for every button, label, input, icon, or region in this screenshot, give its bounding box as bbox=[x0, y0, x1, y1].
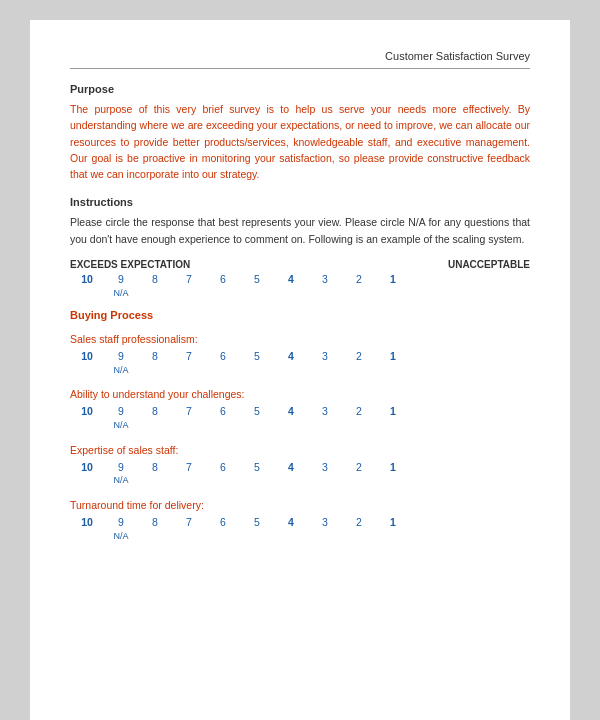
q3-num-2: 2 bbox=[342, 460, 376, 475]
q1-num-5: 5 bbox=[240, 349, 274, 364]
q4-num-6: 6 bbox=[206, 515, 240, 530]
q2-num-3: 3 bbox=[308, 404, 342, 419]
q4-num-7: 7 bbox=[172, 515, 206, 530]
q4-num-8: 8 bbox=[138, 515, 172, 530]
scale-numbers-4: 10 9N/A 8 7 6 5 4 3 2 1 bbox=[70, 515, 410, 542]
question-block-1: Sales staff professionalism: 10 9N/A 8 7… bbox=[70, 333, 530, 376]
q4-num-4: 4 bbox=[274, 515, 308, 530]
scale-row-3: 10 9N/A 8 7 6 5 4 3 2 1 bbox=[70, 460, 530, 487]
instructions-heading: Instructions bbox=[70, 196, 530, 208]
scale-num-4: 4 bbox=[274, 272, 308, 287]
scale-num-2: 2 bbox=[342, 272, 376, 287]
q2-num-9: 9N/A bbox=[104, 404, 138, 431]
q1-num-2: 2 bbox=[342, 349, 376, 364]
scale-numbers-3: 10 9N/A 8 7 6 5 4 3 2 1 bbox=[70, 460, 410, 487]
q1-num-3: 3 bbox=[308, 349, 342, 364]
question-label-4: Turnaround time for delivery: bbox=[70, 499, 530, 511]
question-label-3: Expertise of sales staff: bbox=[70, 444, 530, 456]
q2-num-10: 10 bbox=[70, 404, 104, 419]
purpose-heading: Purpose bbox=[70, 83, 530, 95]
q1-num-7: 7 bbox=[172, 349, 206, 364]
q1-num-8: 8 bbox=[138, 349, 172, 364]
q1-num-6: 6 bbox=[206, 349, 240, 364]
q2-num-4: 4 bbox=[274, 404, 308, 419]
scale-num-1: 1 bbox=[376, 272, 410, 287]
scale-num-10: 10 bbox=[70, 272, 104, 287]
scale-row-1: 10 9N/A 8 7 6 5 4 3 2 1 bbox=[70, 349, 530, 376]
q3-num-1: 1 bbox=[376, 460, 410, 475]
q4-num-3: 3 bbox=[308, 515, 342, 530]
page-header: Customer Satisfaction Survey bbox=[70, 50, 530, 69]
q2-num-6: 6 bbox=[206, 404, 240, 419]
scale-header-row: EXCEEDS EXPECTATION UNACCEPTABLE bbox=[70, 259, 530, 270]
q2-num-2: 2 bbox=[342, 404, 376, 419]
survey-page: Customer Satisfaction Survey Purpose The… bbox=[30, 20, 570, 720]
q2-num-5: 5 bbox=[240, 404, 274, 419]
q2-num-7: 7 bbox=[172, 404, 206, 419]
q3-num-10: 10 bbox=[70, 460, 104, 475]
scale-numbers-1: 10 9N/A 8 7 6 5 4 3 2 1 bbox=[70, 349, 410, 376]
question-label-1: Sales staff professionalism: bbox=[70, 333, 530, 345]
scale-example-row: 10 9N/A 8 7 6 5 4 3 2 1 bbox=[70, 272, 530, 299]
q4-num-2: 2 bbox=[342, 515, 376, 530]
scale-row-4: 10 9N/A 8 7 6 5 4 3 2 1 bbox=[70, 515, 530, 542]
q4-num-5: 5 bbox=[240, 515, 274, 530]
instructions-text: Please circle the response that best rep… bbox=[70, 214, 530, 247]
q4-num-10: 10 bbox=[70, 515, 104, 530]
q2-num-8: 8 bbox=[138, 404, 172, 419]
q4-num-1: 1 bbox=[376, 515, 410, 530]
question-label-2: Ability to understand your challenges: bbox=[70, 388, 530, 400]
q1-num-9: 9N/A bbox=[104, 349, 138, 376]
scale-num-3: 3 bbox=[308, 272, 342, 287]
q3-num-3: 3 bbox=[308, 460, 342, 475]
scale-row-2: 10 9N/A 8 7 6 5 4 3 2 1 bbox=[70, 404, 530, 431]
question-block-2: Ability to understand your challenges: 1… bbox=[70, 388, 530, 431]
q1-num-10: 10 bbox=[70, 349, 104, 364]
q3-num-5: 5 bbox=[240, 460, 274, 475]
scale-num-7: 7 bbox=[172, 272, 206, 287]
scale-num-8: 8 bbox=[138, 272, 172, 287]
scale-left-label: EXCEEDS EXPECTATION bbox=[70, 259, 190, 270]
q3-num-9: 9N/A bbox=[104, 460, 138, 487]
scale-right-label: UNACCEPTABLE bbox=[448, 259, 530, 270]
question-block-4: Turnaround time for delivery: 10 9N/A 8 … bbox=[70, 499, 530, 542]
scale-num-5: 5 bbox=[240, 272, 274, 287]
scale-numbers-2: 10 9N/A 8 7 6 5 4 3 2 1 bbox=[70, 404, 410, 431]
purpose-text: The purpose of this very brief survey is… bbox=[70, 101, 530, 182]
q3-num-6: 6 bbox=[206, 460, 240, 475]
q3-num-8: 8 bbox=[138, 460, 172, 475]
q4-num-9: 9N/A bbox=[104, 515, 138, 542]
page-title: Customer Satisfaction Survey bbox=[385, 50, 530, 62]
scale-numbers-example: 10 9N/A 8 7 6 5 4 3 2 1 bbox=[70, 272, 410, 299]
scale-num-6: 6 bbox=[206, 272, 240, 287]
question-block-3: Expertise of sales staff: 10 9N/A 8 7 6 … bbox=[70, 444, 530, 487]
q3-num-4: 4 bbox=[274, 460, 308, 475]
q1-num-4: 4 bbox=[274, 349, 308, 364]
q3-num-7: 7 bbox=[172, 460, 206, 475]
scale-num-9: 9N/A bbox=[104, 272, 138, 299]
q2-num-1: 1 bbox=[376, 404, 410, 419]
q1-num-1: 1 bbox=[376, 349, 410, 364]
buying-process-heading: Buying Process bbox=[70, 309, 530, 321]
